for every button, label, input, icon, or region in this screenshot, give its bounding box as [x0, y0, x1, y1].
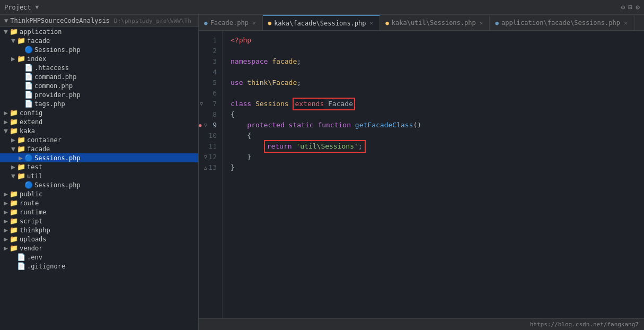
- sidebar-item-facade[interactable]: ▼ 📁 facade: [0, 36, 198, 45]
- sidebar-item-test[interactable]: ▶ 📁 test: [0, 162, 198, 171]
- code-content[interactable]: <?php namespace facade ; use think\F: [223, 31, 644, 318]
- tab-kaka-facade-sessions[interactable]: ● kaka\facade\Sessions.php ✕: [263, 15, 381, 30]
- sidebar-item-application[interactable]: ▼ 📁 application: [0, 27, 198, 36]
- token-indent10: [231, 131, 247, 141]
- folder-icon-test: 📁: [17, 163, 25, 171]
- line-num-6: 6: [199, 88, 222, 99]
- sidebar-item-thinkphp[interactable]: ▶ 📁 thinkphp: [0, 225, 198, 235]
- highlight-box-extends: extends Facade: [293, 98, 355, 110]
- tab-close-kaka-facade-sessions[interactable]: ✕: [369, 19, 375, 27]
- folder-icon-route: 📁: [10, 199, 18, 207]
- code-line-2: [231, 46, 644, 56]
- code-line-9: protected static function getFacadeClass…: [231, 120, 644, 131]
- label-command: command.php: [34, 73, 76, 81]
- sidebar-item-config[interactable]: ▶ 📁 config: [0, 108, 198, 117]
- code-line-11: return 'util\Sessions' ;: [231, 141, 644, 152]
- sidebar-item-kaka-sessions[interactable]: ▶ 🔵 Sessions.php: [0, 153, 198, 162]
- sidebar-item-uploads[interactable]: ▶ 📁 uploads: [0, 235, 198, 244]
- arrow-config: ▶: [2, 109, 10, 117]
- arrow-index: ▶: [10, 55, 17, 63]
- label-script: script: [20, 218, 42, 225]
- settings-icon[interactable]: ⚙: [621, 3, 625, 11]
- project-dropdown-arrow[interactable]: ▼: [36, 4, 39, 11]
- tab-facade-php[interactable]: ● Facade.php ✕: [199, 15, 263, 30]
- line-num-10: 10: [199, 131, 222, 141]
- token-paren: (): [413, 120, 421, 131]
- tab-icon-facade: ●: [204, 20, 208, 27]
- sidebar-title: ThinkPHPSourceCodeAnalysis: [10, 17, 110, 24]
- layout-icon[interactable]: ⊟: [628, 3, 632, 11]
- folder-icon-kaka-facade: 📁: [17, 145, 25, 153]
- tab-close-kaka-util-sessions[interactable]: ✕: [479, 19, 484, 27]
- arrow-public: ▶: [2, 190, 10, 198]
- sidebar-item-runtime[interactable]: ▶ 📁 runtime: [0, 207, 198, 216]
- token-brace-close13: }: [231, 162, 235, 173]
- label-tags: tags.php: [34, 100, 65, 108]
- tab-label-kaka-facade-sessions: kaka\facade\Sessions.php: [274, 20, 366, 27]
- sidebar-item-kaka-facade[interactable]: ▼ 📁 facade: [0, 144, 198, 153]
- sidebar-item-gitignore[interactable]: 📄 .gitignore: [0, 262, 198, 271]
- sidebar-item-index[interactable]: ▶ 📁 index: [0, 54, 198, 63]
- token-funcname: getFacadeClass: [355, 120, 413, 131]
- sidebar-item-extend[interactable]: ▶ 📁 extend: [0, 117, 198, 126]
- token-space11: [292, 141, 296, 152]
- line-num-8: 8: [199, 109, 222, 120]
- sidebar-item-script[interactable]: ▶ 📁 script: [0, 216, 198, 225]
- sidebar-item-kaka[interactable]: ▼ 📁 kaka: [0, 126, 198, 135]
- arrow-util: ▼: [10, 172, 17, 180]
- label-config: config: [20, 109, 42, 117]
- sidebar-item-env[interactable]: 📄 .env: [0, 253, 198, 262]
- token-php-open: <?php: [231, 35, 251, 46]
- line-num-12: ▽12: [199, 152, 222, 162]
- sidebar-item-container[interactable]: ▶ 📁 container: [0, 135, 198, 144]
- tab-kaka-util-sessions[interactable]: ● kaka\util\Sessions.php ✕: [380, 15, 490, 30]
- gear-icon[interactable]: ⚙: [636, 3, 640, 11]
- folder-icon-application: 📁: [10, 28, 18, 36]
- token-string: 'util\Sessions': [296, 141, 358, 152]
- sidebar-item-sessions-facade[interactable]: 🔵 Sessions.php: [0, 45, 198, 54]
- sidebar-item-command[interactable]: 📄 command.php: [0, 72, 198, 81]
- label-public: public: [20, 190, 42, 198]
- folder-icon-extend: 📁: [10, 118, 18, 126]
- tab-close-application-facade-sessions[interactable]: ✕: [623, 19, 629, 27]
- token-classname: Sessions: [255, 99, 289, 109]
- top-bar-icons: ⚙ ⊟ ⚙: [621, 3, 640, 11]
- token-use: use: [231, 77, 243, 88]
- sidebar-item-provider[interactable]: 📄 provider.php: [0, 90, 198, 99]
- label-vendor: vendor: [20, 245, 42, 252]
- sidebar-item-tags[interactable]: 📄 tags.php: [0, 99, 198, 108]
- token-semi3: ;: [297, 56, 301, 67]
- line-num-11: 11: [199, 141, 222, 152]
- main-layout: ▼ ThinkPHPSourceCodeAnalysis D:\phpstudy…: [0, 15, 644, 330]
- sidebar-item-vendor[interactable]: ▶ 📁 vendor: [0, 244, 198, 253]
- token-semi5: ;: [297, 77, 301, 88]
- folder-icon-runtime: 📁: [10, 208, 18, 216]
- sidebar-item-util-sessions[interactable]: 🔵 Sessions.php: [0, 180, 198, 189]
- arrow-application: ▼: [2, 28, 10, 36]
- sidebar-header: ▼ ThinkPHPSourceCodeAnalysis D:\phpstudy…: [0, 15, 198, 27]
- sidebar-item-htaccess[interactable]: 📄 .htaccess: [0, 63, 198, 72]
- code-line-3: namespace facade ;: [231, 56, 644, 67]
- sidebar-item-common[interactable]: 📄 common.php: [0, 81, 198, 90]
- tab-close-facade[interactable]: ✕: [251, 19, 257, 27]
- token-protected: protected: [247, 120, 284, 131]
- token-semi11: ;: [358, 141, 363, 152]
- folder-icon-facade: 📁: [17, 37, 25, 45]
- file-icon-env: 📄: [17, 253, 25, 261]
- status-bar: https://blog.csdn.net/fangkang7: [199, 318, 644, 330]
- code-editor[interactable]: 1 2 3 4 5 6 ▽7 8 ● ▽9 10 11 ▽12: [199, 31, 644, 318]
- token-brace-open: {: [231, 109, 235, 120]
- highlight-box-return: return 'util\Sessions' ;: [264, 140, 366, 153]
- file-icon-common: 📄: [24, 82, 33, 90]
- code-line-13: }: [231, 162, 644, 173]
- tab-icon-application-facade-sessions: ●: [495, 20, 499, 27]
- tab-application-facade-sessions[interactable]: ● application\facade\Sessions.php ✕: [490, 15, 634, 30]
- sidebar-item-util[interactable]: ▼ 📁 util: [0, 171, 198, 180]
- sidebar-collapse-icon[interactable]: ▼: [4, 17, 8, 24]
- arrow-kaka-sessions: ▶: [17, 154, 24, 162]
- sidebar-item-route[interactable]: ▶ 📁 route: [0, 198, 198, 207]
- folder-icon-util: 📁: [17, 172, 25, 180]
- arrow-vendor: ▶: [2, 244, 10, 252]
- token-static: static: [289, 120, 314, 131]
- sidebar-item-public[interactable]: ▶ 📁 public: [0, 189, 198, 198]
